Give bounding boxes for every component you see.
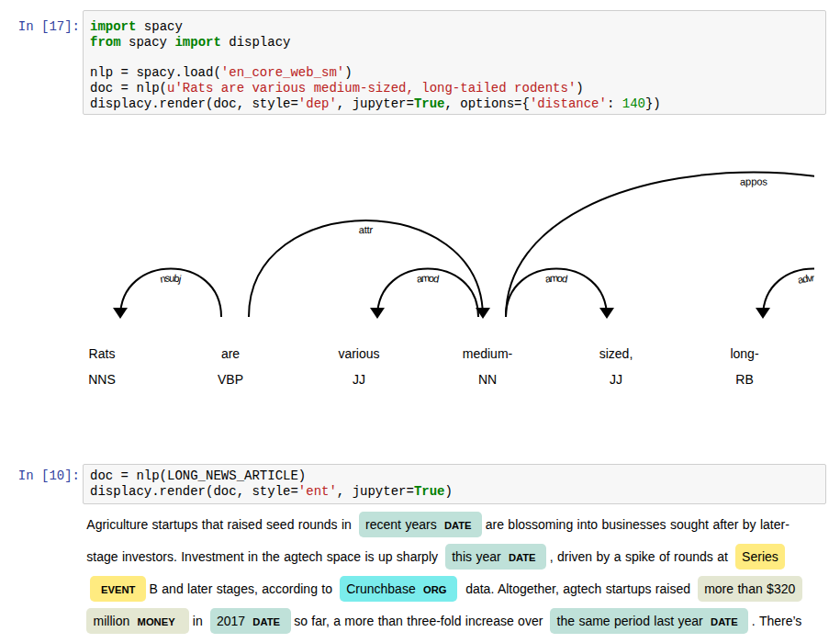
svg-text:RatsNNS: RatsNNS <box>88 346 116 387</box>
svg-text:advmod: advmod <box>796 272 814 286</box>
svg-text:amod: amod <box>544 272 569 284</box>
svg-text:amod: amod <box>416 272 441 284</box>
svg-text:variousJJ: variousJJ <box>338 346 379 387</box>
svg-text:sized,JJ: sized,JJ <box>599 346 633 387</box>
svg-text:attr: attr <box>359 224 374 235</box>
svg-text:long-RB: long-RB <box>730 346 758 387</box>
svg-text:medium-NN: medium-NN <box>463 346 513 387</box>
svg-text:areVBP: areVBP <box>218 346 243 387</box>
svg-text:appos: appos <box>740 175 768 186</box>
svg-text:nsubj: nsubj <box>159 272 182 284</box>
